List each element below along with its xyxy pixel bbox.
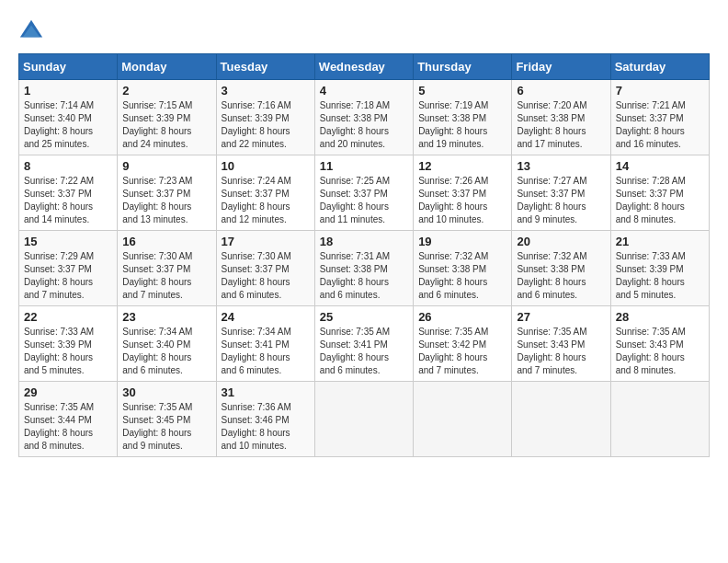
day-number: 23 <box>122 310 210 324</box>
day-number: 6 <box>517 84 605 98</box>
day-number: 17 <box>222 235 310 248</box>
col-header-tuesday: Tuesday <box>216 54 314 80</box>
day-info: Sunrise: 7:29 AMSunset: 3:37 PMDaylight:… <box>24 251 94 300</box>
day-number: 27 <box>517 310 605 324</box>
day-info: Sunrise: 7:16 AMSunset: 3:39 PMDaylight:… <box>222 100 291 149</box>
calendar-cell: 10 Sunrise: 7:24 AMSunset: 3:37 PMDaylig… <box>216 155 314 231</box>
day-info: Sunrise: 7:32 AMSunset: 3:38 PMDaylight:… <box>418 251 488 300</box>
page-header <box>18 18 710 44</box>
logo <box>18 18 48 44</box>
calendar-cell: 15 Sunrise: 7:29 AMSunset: 3:37 PMDaylig… <box>19 231 118 306</box>
day-info: Sunrise: 7:22 AMSunset: 3:37 PMDaylight:… <box>24 176 94 224</box>
day-number: 20 <box>517 235 605 248</box>
calendar-cell: 26 Sunrise: 7:35 AMSunset: 3:42 PMDaylig… <box>414 306 512 382</box>
day-info: Sunrise: 7:14 AMSunset: 3:40 PMDaylight:… <box>24 100 94 149</box>
day-info: Sunrise: 7:20 AMSunset: 3:38 PMDaylight:… <box>517 100 586 149</box>
col-header-monday: Monday <box>118 54 216 80</box>
day-number: 21 <box>616 235 704 248</box>
day-number: 9 <box>122 159 210 173</box>
calendar-cell <box>512 382 610 457</box>
day-number: 19 <box>418 235 506 248</box>
calendar-cell: 1 Sunrise: 7:14 AMSunset: 3:40 PMDayligh… <box>19 80 118 155</box>
col-header-saturday: Saturday <box>610 54 709 80</box>
day-number: 12 <box>418 159 506 173</box>
calendar-cell: 11 Sunrise: 7:25 AMSunset: 3:37 PMDaylig… <box>314 155 413 231</box>
day-info: Sunrise: 7:30 AMSunset: 3:37 PMDaylight:… <box>122 251 192 300</box>
day-number: 16 <box>122 235 210 248</box>
calendar-cell <box>610 382 709 457</box>
day-number: 14 <box>616 159 704 173</box>
calendar-cell: 13 Sunrise: 7:27 AMSunset: 3:37 PMDaylig… <box>512 155 610 231</box>
day-info: Sunrise: 7:36 AMSunset: 3:46 PMDaylight:… <box>222 402 291 451</box>
calendar-cell: 16 Sunrise: 7:30 AMSunset: 3:37 PMDaylig… <box>118 231 216 306</box>
calendar-cell: 31 Sunrise: 7:36 AMSunset: 3:46 PMDaylig… <box>216 382 314 457</box>
day-info: Sunrise: 7:30 AMSunset: 3:37 PMDaylight:… <box>222 251 291 300</box>
day-number: 7 <box>616 84 704 98</box>
day-info: Sunrise: 7:25 AMSunset: 3:37 PMDaylight:… <box>320 176 390 224</box>
calendar-cell: 24 Sunrise: 7:34 AMSunset: 3:41 PMDaylig… <box>216 306 314 382</box>
col-header-sunday: Sunday <box>19 54 118 80</box>
day-number: 3 <box>222 84 310 98</box>
calendar-cell: 2 Sunrise: 7:15 AMSunset: 3:39 PMDayligh… <box>118 80 216 155</box>
day-info: Sunrise: 7:35 AMSunset: 3:43 PMDaylight:… <box>517 327 586 375</box>
calendar-table: SundayMondayTuesdayWednesdayThursdayFrid… <box>18 53 710 457</box>
calendar-cell: 18 Sunrise: 7:31 AMSunset: 3:38 PMDaylig… <box>314 231 413 306</box>
logo-icon <box>18 18 44 44</box>
day-info: Sunrise: 7:34 AMSunset: 3:40 PMDaylight:… <box>122 327 192 375</box>
calendar-week-row: 29 Sunrise: 7:35 AMSunset: 3:44 PMDaylig… <box>19 382 710 457</box>
calendar-cell: 22 Sunrise: 7:33 AMSunset: 3:39 PMDaylig… <box>19 306 118 382</box>
day-number: 18 <box>320 235 408 248</box>
calendar-cell: 30 Sunrise: 7:35 AMSunset: 3:45 PMDaylig… <box>118 382 216 457</box>
calendar-cell: 28 Sunrise: 7:35 AMSunset: 3:43 PMDaylig… <box>610 306 709 382</box>
day-info: Sunrise: 7:33 AMSunset: 3:39 PMDaylight:… <box>616 251 686 300</box>
day-number: 2 <box>122 84 210 98</box>
day-number: 1 <box>24 84 112 98</box>
day-number: 25 <box>320 310 408 324</box>
day-number: 5 <box>418 84 506 98</box>
day-info: Sunrise: 7:31 AMSunset: 3:38 PMDaylight:… <box>320 251 390 300</box>
calendar-week-row: 8 Sunrise: 7:22 AMSunset: 3:37 PMDayligh… <box>19 155 710 231</box>
calendar-cell: 8 Sunrise: 7:22 AMSunset: 3:37 PMDayligh… <box>19 155 118 231</box>
calendar-cell: 21 Sunrise: 7:33 AMSunset: 3:39 PMDaylig… <box>610 231 709 306</box>
calendar-cell: 17 Sunrise: 7:30 AMSunset: 3:37 PMDaylig… <box>216 231 314 306</box>
day-info: Sunrise: 7:35 AMSunset: 3:44 PMDaylight:… <box>24 402 94 451</box>
day-info: Sunrise: 7:28 AMSunset: 3:37 PMDaylight:… <box>616 176 686 224</box>
calendar-cell: 19 Sunrise: 7:32 AMSunset: 3:38 PMDaylig… <box>414 231 512 306</box>
day-number: 22 <box>24 310 112 324</box>
day-info: Sunrise: 7:19 AMSunset: 3:38 PMDaylight:… <box>418 100 488 149</box>
day-info: Sunrise: 7:35 AMSunset: 3:41 PMDaylight:… <box>320 327 390 375</box>
calendar-week-row: 15 Sunrise: 7:29 AMSunset: 3:37 PMDaylig… <box>19 231 710 306</box>
calendar-week-row: 1 Sunrise: 7:14 AMSunset: 3:40 PMDayligh… <box>19 80 710 155</box>
day-info: Sunrise: 7:35 AMSunset: 3:45 PMDaylight:… <box>122 402 192 451</box>
day-info: Sunrise: 7:23 AMSunset: 3:37 PMDaylight:… <box>122 176 192 224</box>
calendar-cell: 7 Sunrise: 7:21 AMSunset: 3:37 PMDayligh… <box>610 80 709 155</box>
day-info: Sunrise: 7:18 AMSunset: 3:38 PMDaylight:… <box>320 100 390 149</box>
calendar-cell: 12 Sunrise: 7:26 AMSunset: 3:37 PMDaylig… <box>414 155 512 231</box>
day-number: 26 <box>418 310 506 324</box>
day-info: Sunrise: 7:34 AMSunset: 3:41 PMDaylight:… <box>222 327 291 375</box>
day-info: Sunrise: 7:27 AMSunset: 3:37 PMDaylight:… <box>517 176 586 224</box>
day-number: 30 <box>122 385 210 399</box>
calendar-cell: 3 Sunrise: 7:16 AMSunset: 3:39 PMDayligh… <box>216 80 314 155</box>
day-info: Sunrise: 7:21 AMSunset: 3:37 PMDaylight:… <box>616 100 686 149</box>
day-number: 4 <box>320 84 408 98</box>
day-info: Sunrise: 7:33 AMSunset: 3:39 PMDaylight:… <box>24 327 94 375</box>
day-info: Sunrise: 7:35 AMSunset: 3:43 PMDaylight:… <box>616 327 686 375</box>
day-number: 29 <box>24 385 112 399</box>
calendar-cell: 5 Sunrise: 7:19 AMSunset: 3:38 PMDayligh… <box>414 80 512 155</box>
calendar-cell: 4 Sunrise: 7:18 AMSunset: 3:38 PMDayligh… <box>314 80 413 155</box>
day-info: Sunrise: 7:15 AMSunset: 3:39 PMDaylight:… <box>122 100 192 149</box>
day-number: 28 <box>616 310 704 324</box>
day-info: Sunrise: 7:26 AMSunset: 3:37 PMDaylight:… <box>418 176 488 224</box>
calendar-cell: 20 Sunrise: 7:32 AMSunset: 3:38 PMDaylig… <box>512 231 610 306</box>
calendar-cell: 9 Sunrise: 7:23 AMSunset: 3:37 PMDayligh… <box>118 155 216 231</box>
calendar-header-row: SundayMondayTuesdayWednesdayThursdayFrid… <box>19 54 710 80</box>
day-number: 11 <box>320 159 408 173</box>
calendar-cell: 29 Sunrise: 7:35 AMSunset: 3:44 PMDaylig… <box>19 382 118 457</box>
col-header-friday: Friday <box>512 54 610 80</box>
calendar-cell: 6 Sunrise: 7:20 AMSunset: 3:38 PMDayligh… <box>512 80 610 155</box>
col-header-thursday: Thursday <box>414 54 512 80</box>
day-number: 15 <box>24 235 112 248</box>
day-number: 8 <box>24 159 112 173</box>
day-number: 24 <box>222 310 310 324</box>
